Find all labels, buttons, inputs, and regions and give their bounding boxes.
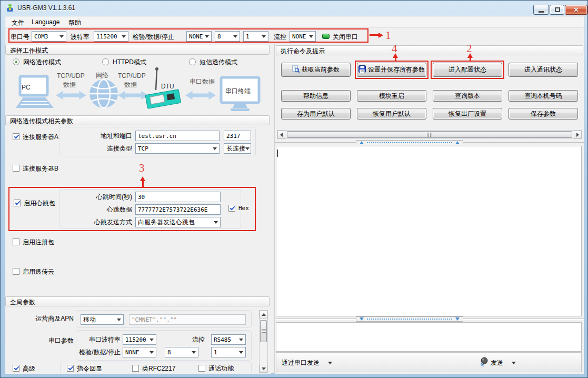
maximize-icon [555,7,560,12]
close-button[interactable]: ✕ [565,5,587,15]
call-checkbox[interactable] [198,365,205,372]
text-cursor [277,150,278,157]
rfc2217-checkbox[interactable] [132,365,139,372]
apn-group: 移动 "CMNET","","" [76,310,252,328]
splitter-dots-icon [367,142,452,143]
enter-comm-button[interactable]: 进入通讯状态 [509,63,578,77]
link2-label-line2: 数据 [124,81,137,89]
serial-baud-select[interactable]: 115200 [123,334,156,345]
scroll-down-button[interactable] [260,365,267,373]
call-label: 通话功能 [208,364,234,373]
conn-type-label: 连接类型 [59,144,132,153]
carrier-value: 移动 [83,315,96,324]
menu-file[interactable]: 文件 [9,18,26,27]
radio-httpd-mode[interactable] [102,58,109,65]
save-user-default-button[interactable]: 存为用户默认 [281,108,351,120]
radio-httpd-mode-label: HTTPD模式 [113,58,146,67]
scrollbar-thumb[interactable] [260,320,267,342]
factory-reset-button[interactable]: 恢复出厂设置 [433,108,502,120]
save-user-default-label: 存为用户默认 [297,110,335,118]
carrier-select[interactable]: 移动 [81,314,124,325]
scroll-right-button[interactable] [574,131,582,138]
serial-databits-select[interactable]: 8 [165,347,198,357]
query-number-button[interactable]: 查询本机号码 [509,90,578,102]
serial-parity-value: NONE [125,349,139,356]
radio-sms-passthrough[interactable] [189,58,196,65]
send-input-area[interactable] [276,322,582,352]
scroll-down-icon [262,367,266,370]
query-version-button[interactable]: 查询版本 [433,90,502,102]
get-params-label: 获取当前参数 [302,65,340,74]
left-panel: 选择工作模式 网络透传模式 HTTPD模式 短信透传模式 PC TCP/UDP … [5,44,271,374]
scroll-up-button[interactable] [260,311,267,319]
menubar: 文件 Language 帮助 [5,16,584,28]
scroll-left-icon [280,133,283,137]
server-a-label: 连接服务器A [23,133,58,142]
log-output-area[interactable] [276,146,582,316]
server-addr-input[interactable]: test.usr.cn [135,131,220,141]
serial-stopbits-value: 1 [214,349,217,356]
titlebar[interactable]: USR-GM3 V1.1.3.61 ✕ [1,1,587,16]
serial-parity-select[interactable]: NONE [123,347,156,357]
scrollbar-thumb[interactable] [287,131,572,138]
menu-help[interactable]: 帮助 [66,18,83,27]
enter-comm-label: 进入通讯状态 [524,65,562,74]
conn-type-select[interactable]: TCP [135,143,220,154]
annotation-number-1: 1 [385,29,391,42]
scroll-left-button[interactable] [277,131,285,138]
restore-user-default-button[interactable]: 恢复用户默认 [357,108,426,120]
log-splitter-bottom[interactable] [275,316,584,322]
menu-language[interactable]: Language [29,18,62,26]
rfc2217-label: 类RFC2217 [142,364,175,373]
double-arrow-icon [56,90,86,103]
conn-mode-select[interactable]: 长连接 [224,143,251,154]
send-speaker-icon [480,357,489,369]
cloud-label: 启用透传云 [23,267,54,276]
splitter-handle[interactable] [356,140,463,145]
radio-net-passthrough[interactable] [13,58,19,65]
client-area: 文件 Language 帮助 串口号 COM3 波特率 115200 检验/数据… [5,16,584,373]
annotation-arrowhead-1-icon [378,33,383,38]
log-horizontal-scrollbar[interactable] [277,130,582,139]
module-restart-button[interactable]: 模块重启 [357,90,426,102]
cloud-checkbox[interactable] [13,268,19,275]
annotation-arrowhead-3-icon [140,176,145,181]
annotation-arrowhead-4-icon [393,53,398,58]
serial-stopbits-select[interactable]: 1 [211,347,246,357]
pc-label: PC [22,84,31,91]
link1-label-line2: 数据 [63,81,76,89]
radio-sms-passthrough-label: 短信透传模式 [200,58,237,67]
doc-search-icon [292,65,300,74]
thumb-grip-icon [262,329,266,334]
serial-baud-label: 串口波特率 [81,335,121,344]
help-info-button[interactable]: 帮助信息 [281,90,351,102]
log-splitter-top[interactable] [275,140,584,145]
apn-input[interactable]: "CMNET","","" [129,314,246,325]
chevron-down-icon [150,339,154,341]
annotation-box-3 [8,187,256,231]
server-b-checkbox[interactable] [13,165,19,172]
network-label: 网络 [96,71,108,80]
save-params-button[interactable]: 保存参数 [509,108,578,120]
serial-flow-select[interactable]: RS485 [211,334,246,345]
register-packet-checkbox[interactable] [13,238,19,245]
advanced-checkbox[interactable] [13,365,19,372]
minimize-button[interactable] [533,5,549,15]
dtu-board-icon [143,67,183,113]
maximize-button[interactable] [550,5,564,15]
apn-value: "CMNET","","" [132,316,177,323]
right-panel: 执行命令及提示 4 2 获取当前参数 [274,44,584,374]
left-vertical-scrollbar[interactable] [259,310,268,373]
annotation-arrow-2 [470,58,471,62]
splitter-handle[interactable] [356,316,463,322]
echo-checkbox[interactable] [67,365,74,372]
register-packet-label: 启用注册包 [23,238,54,247]
double-arrow-icon [185,90,216,103]
echo-label: 指令回显 [77,364,102,373]
serial-params-label: 串口参数 [20,336,74,345]
server-a-checkbox[interactable] [13,133,19,140]
get-params-button[interactable]: 获取当前参数 [281,63,351,77]
send-button[interactable]: 发送 [491,359,503,367]
send-via-serial-button[interactable]: 通过串口发送 [282,359,320,367]
server-port-input[interactable]: 2317 [224,131,251,141]
